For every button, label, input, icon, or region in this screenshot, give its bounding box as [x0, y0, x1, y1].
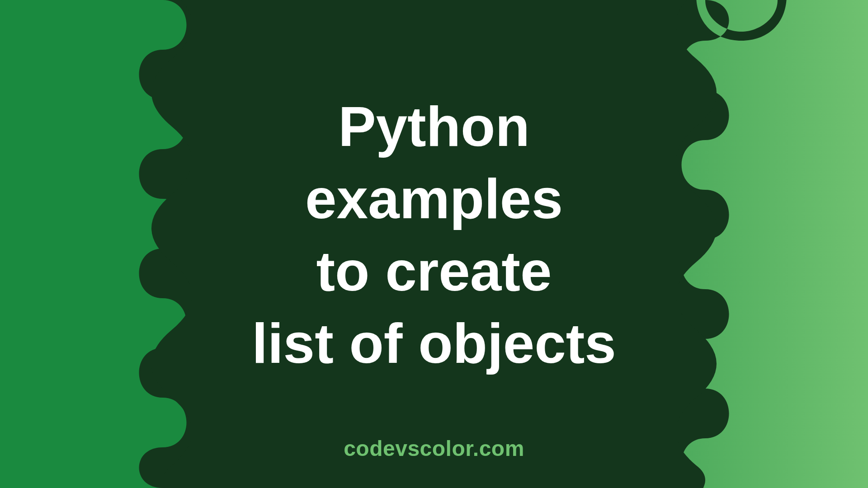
- site-watermark: codevscolor.com: [0, 436, 868, 461]
- title-line-1: Python: [252, 90, 616, 163]
- title-line-4: list of objects: [252, 307, 616, 380]
- hero-title: Python examples to create list of object…: [252, 90, 616, 380]
- title-line-2: examples: [252, 163, 616, 235]
- title-line-3: to create: [252, 235, 616, 307]
- content-wrapper: Python examples to create list of object…: [0, 0, 868, 488]
